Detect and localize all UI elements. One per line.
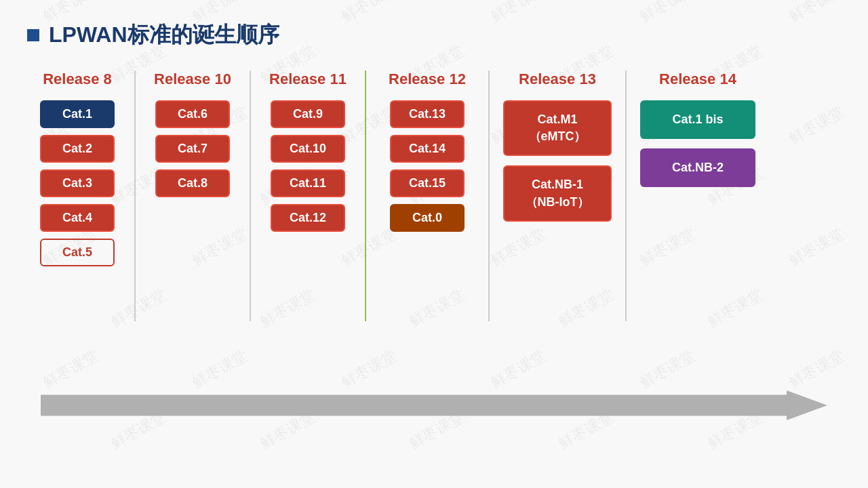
main-area: Release 8 Cat.1 Cat.2 Cat.3 Cat.4 Cat.5 …: [0, 70, 868, 321]
cat-4-box: Cat.4: [40, 204, 115, 232]
cat-8-box: Cat.8: [155, 169, 230, 197]
cat-nb2-box: Cat.NB-2: [640, 148, 755, 187]
cat-11-box: Cat.11: [271, 169, 345, 197]
release-14-label: Release 14: [659, 70, 736, 88]
watermark-text: 鲜枣课堂: [487, 346, 549, 393]
release-8-label: Release 8: [43, 70, 112, 88]
release-10-label: Release 10: [154, 70, 231, 88]
cat-2-box: Cat.2: [40, 135, 115, 163]
cat-10-box: Cat.10: [271, 135, 345, 163]
timeline-container: [41, 390, 827, 420]
title-bar: LPWAN标准的诞生顺序: [0, 0, 868, 64]
cat-1-box: Cat.1: [40, 100, 115, 128]
cat-5-box: Cat.5: [40, 239, 115, 266]
watermark-text: 鲜枣课堂: [338, 346, 399, 393]
cat-14-box: Cat.14: [390, 135, 465, 163]
cat-1bis-box: Cat.1 bis: [640, 100, 755, 139]
watermark-text: 鲜枣课堂: [785, 346, 847, 393]
release-8-col: Release 8 Cat.1 Cat.2 Cat.3 Cat.4 Cat.5: [20, 70, 134, 273]
title-icon: [27, 29, 39, 41]
release-12-label: Release 12: [389, 70, 466, 88]
cat-9-box: Cat.9: [271, 100, 345, 128]
cat-13-box: Cat.13: [390, 100, 465, 128]
release-13-col: Release 13 Cat.M1（eMTC） Cat.NB-1（NB-IoT）: [490, 70, 625, 231]
release-12-col: Release 12 Cat.13 Cat.14 Cat.15 Cat.0: [366, 70, 488, 239]
cat-nb1-box: Cat.NB-1（NB-IoT）: [503, 165, 612, 221]
cat-7-box: Cat.7: [155, 135, 230, 163]
release-14-col: Release 14 Cat.1 bis Cat.NB-2: [627, 70, 769, 197]
release-11-label: Release 11: [269, 70, 347, 88]
watermark-text: 鲜枣课堂: [636, 346, 698, 393]
timeline-arrow: [41, 390, 827, 420]
cat-3-box: Cat.3: [40, 169, 115, 197]
cat-12-box: Cat.12: [271, 204, 345, 232]
cat-m1-box: Cat.M1（eMTC）: [503, 100, 612, 156]
cat-6-box: Cat.6: [155, 100, 230, 128]
release-13-label: Release 13: [519, 70, 596, 88]
watermark-text: 鲜枣课堂: [39, 346, 101, 393]
release-11-col: Release 11 Cat.9 Cat.10 Cat.11 Cat.12: [251, 70, 365, 239]
cat-15-box: Cat.15: [390, 169, 465, 197]
page-title: LPWAN标准的诞生顺序: [49, 20, 279, 50]
watermark-text: 鲜枣课堂: [189, 346, 250, 393]
cat-0-box: Cat.0: [390, 204, 465, 232]
release-10-col: Release 10 Cat.6 Cat.7 Cat.8: [136, 70, 250, 204]
